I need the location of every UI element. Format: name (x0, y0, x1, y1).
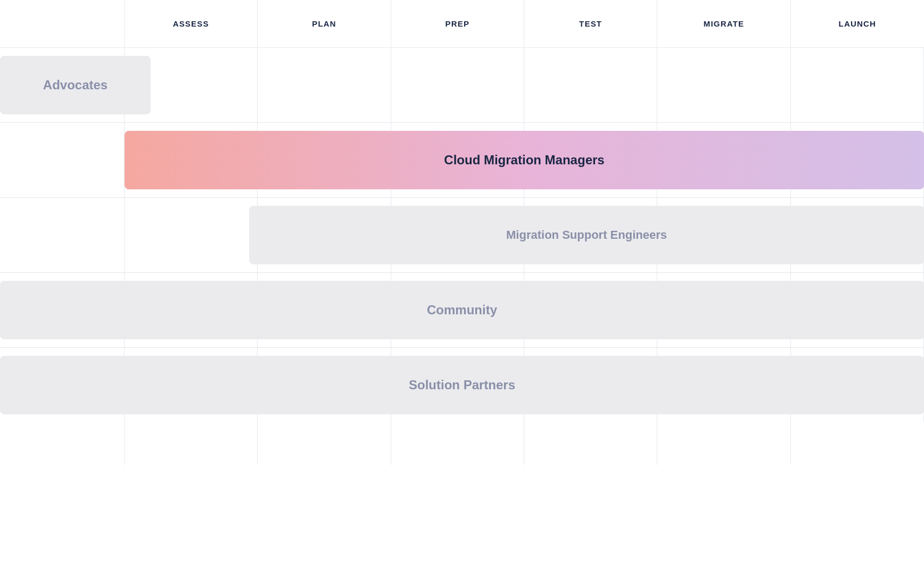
cell-a7 (791, 48, 924, 122)
cell-c1 (0, 198, 125, 272)
row-empty-bottom (0, 422, 924, 465)
swimlane-advocates: Advocates (0, 48, 924, 123)
cell-c2 (125, 198, 258, 272)
roadmap-container: ASSESS PLAN PREP TEST MIGRATE LAUNCH (0, 0, 924, 568)
swimlane-solution: Solution Partners (0, 348, 924, 422)
cell-a4 (391, 48, 524, 122)
cell-b1 (0, 123, 125, 197)
header-plan: PLAN (258, 0, 391, 47)
cell-f5 (524, 422, 657, 465)
swimlane-mse: Migration Support Engineers (0, 198, 924, 273)
swimlane-community: Community (0, 273, 924, 348)
header-empty (0, 0, 125, 47)
community-bar: Community (0, 281, 924, 339)
cell-a5 (524, 48, 657, 122)
cell-f3 (258, 422, 391, 465)
phase-header: ASSESS PLAN PREP TEST MIGRATE LAUNCH (0, 0, 924, 48)
cell-f6 (657, 422, 790, 465)
mse-bar: Migration Support Engineers (249, 206, 924, 264)
header-assess: ASSESS (125, 0, 258, 47)
cell-f7 (791, 422, 924, 465)
cell-a6 (657, 48, 790, 122)
header-launch: LAUNCH (791, 0, 924, 47)
grid-body: Advocates Cloud Migration Managers (0, 48, 924, 568)
header-migrate: MIGRATE (657, 0, 790, 47)
cell-f4 (391, 422, 524, 465)
swimlane-cmm: Cloud Migration Managers (0, 123, 924, 198)
solution-bar: Solution Partners (0, 356, 924, 414)
cell-a3 (258, 48, 391, 122)
cmm-bar: Cloud Migration Managers (125, 131, 924, 189)
cell-f2 (125, 422, 258, 465)
advocates-bar: Advocates (0, 56, 151, 114)
header-prep: PREP (391, 0, 524, 47)
cell-f1 (0, 422, 125, 465)
header-test: TEST (524, 0, 657, 47)
